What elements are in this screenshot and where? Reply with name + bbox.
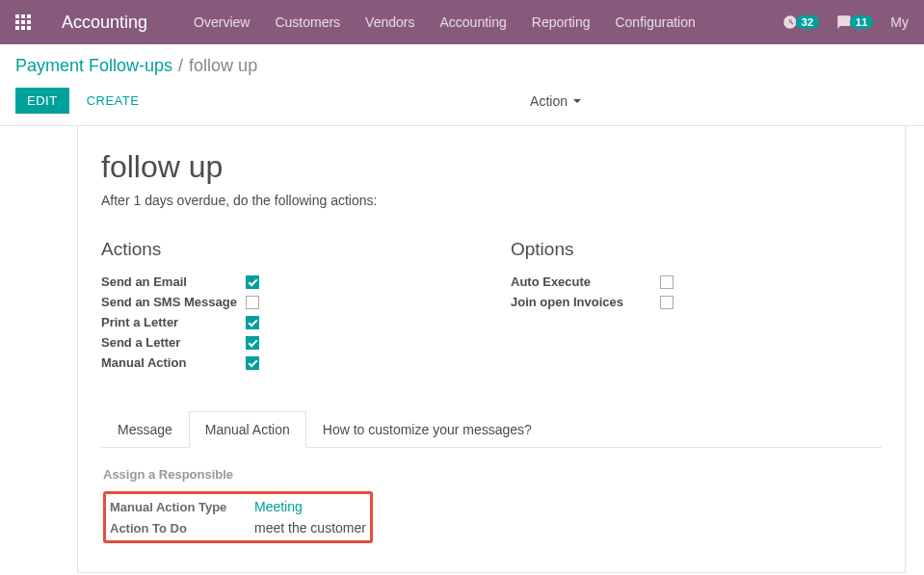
svg-rect-0: [15, 14, 19, 18]
checkbox-letter[interactable]: [246, 336, 259, 350]
user-menu[interactable]: My: [890, 14, 909, 30]
action-dropdown[interactable]: Action: [530, 93, 581, 109]
action-row-email: Send an Email: [101, 272, 472, 292]
svg-rect-2: [27, 14, 31, 18]
option-label: Auto Execute: [511, 274, 660, 289]
action-label: Send a Letter: [101, 335, 246, 350]
activity-icon[interactable]: 32: [782, 14, 819, 30]
menu-configuration[interactable]: Configuration: [603, 3, 706, 41]
highlight-box: Manual Action Type Meeting Action To Do …: [103, 491, 373, 543]
navbar: Accounting Overview Customers Vendors Ac…: [0, 0, 924, 44]
checkbox-join-invoices[interactable]: [660, 296, 673, 309]
main-menu: Overview Customers Vendors Accounting Re…: [182, 3, 707, 41]
action-todo-row: Action To Do meet the customer: [110, 517, 366, 538]
tab-how-to[interactable]: How to customize your messages?: [306, 411, 548, 448]
actions-title: Actions: [101, 239, 472, 260]
action-row-sms: Send an SMS Message: [101, 292, 472, 312]
breadcrumb-parent[interactable]: Payment Follow-ups: [15, 56, 172, 76]
manual-action-type-value[interactable]: Meeting: [254, 499, 303, 514]
breadcrumb: Payment Follow-ups / follow up: [0, 44, 924, 80]
action-label: Send an Email: [101, 274, 246, 289]
option-label: Join open Invoices: [511, 295, 660, 309]
create-button[interactable]: CREATE: [75, 88, 151, 114]
action-todo-label: Action To Do: [110, 521, 254, 536]
activity-badge: 32: [796, 15, 819, 29]
svg-rect-6: [15, 26, 19, 30]
action-dropdown-label: Action: [530, 93, 568, 109]
breadcrumb-separator: /: [172, 56, 189, 76]
menu-accounting[interactable]: Accounting: [428, 3, 517, 41]
action-label: Print a Letter: [101, 315, 246, 329]
actions-column: Actions Send an Email Send an SMS Messag…: [101, 239, 472, 373]
action-label: Manual Action: [101, 355, 246, 370]
menu-customers[interactable]: Customers: [263, 3, 352, 41]
svg-rect-5: [27, 20, 31, 24]
menu-vendors[interactable]: Vendors: [354, 3, 426, 41]
checkbox-auto-execute[interactable]: [660, 275, 673, 289]
action-bar: EDIT CREATE Action: [0, 80, 924, 126]
breadcrumb-current: follow up: [189, 56, 257, 76]
manual-action-type-label: Manual Action Type: [110, 500, 254, 514]
checkbox-print[interactable]: [246, 316, 259, 329]
tab-message[interactable]: Message: [101, 411, 189, 448]
page-title: follow up: [101, 149, 882, 185]
option-row-auto: Auto Execute: [511, 272, 882, 292]
page-subtitle: After 1 days overdue, do the following a…: [101, 193, 882, 208]
edit-button[interactable]: EDIT: [15, 88, 69, 114]
section-title: Assign a Responsible: [103, 467, 880, 482]
svg-rect-1: [21, 14, 25, 18]
caret-down-icon: [573, 99, 581, 103]
svg-rect-3: [15, 20, 19, 24]
action-todo-value: meet the customer: [254, 520, 366, 536]
checkbox-sms[interactable]: [246, 296, 259, 309]
menu-reporting[interactable]: Reporting: [520, 3, 602, 41]
apps-icon[interactable]: [8, 7, 39, 38]
messages-badge: 11: [850, 15, 873, 29]
manual-action-type-row: Manual Action Type Meeting: [110, 496, 366, 517]
checkbox-manual[interactable]: [246, 356, 259, 370]
menu-overview[interactable]: Overview: [182, 3, 261, 41]
action-row-manual: Manual Action: [101, 353, 472, 373]
checkbox-email[interactable]: [246, 275, 259, 289]
action-label: Send an SMS Message: [101, 295, 246, 309]
tabs: Message Manual Action How to customize y…: [101, 411, 882, 448]
messages-icon[interactable]: 11: [836, 14, 873, 30]
action-row-print: Print a Letter: [101, 312, 472, 332]
tab-manual-action[interactable]: Manual Action: [189, 411, 306, 448]
tab-content: Assign a Responsible Manual Action Type …: [101, 448, 882, 543]
svg-rect-7: [21, 26, 25, 30]
form-sheet: follow up After 1 days overdue, do the f…: [77, 126, 906, 573]
action-row-letter: Send a Letter: [101, 332, 472, 353]
svg-rect-8: [27, 26, 31, 30]
options-column: Options Auto Execute Join open Invoices: [511, 239, 882, 373]
options-title: Options: [511, 239, 882, 260]
svg-rect-4: [21, 20, 25, 24]
app-brand[interactable]: Accounting: [39, 13, 163, 33]
option-row-join: Join open Invoices: [511, 292, 882, 312]
